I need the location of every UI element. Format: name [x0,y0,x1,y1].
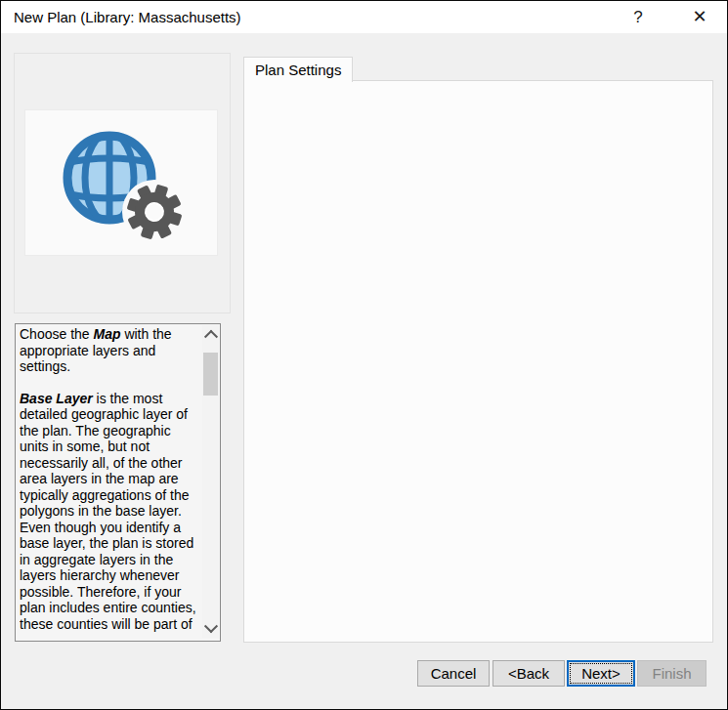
scroll-down-button[interactable] [202,620,219,638]
question-mark-icon: ? [633,8,642,26]
tab-page [243,80,713,643]
close-icon: ✕ [692,7,707,26]
globe-gear-icon [47,122,195,243]
tab-plan-settings[interactable]: Plan Settings [243,57,353,82]
help-text: Choose the Map with the appropriate laye… [20,326,197,637]
close-button[interactable]: ✕ [680,1,719,33]
next-button[interactable]: Next> [567,660,635,687]
help-description-box: Choose the Map with the appropriate laye… [15,323,221,642]
window-title: New Plan (Library: Massachusetts) [14,1,241,33]
chevron-up-icon [203,330,217,344]
new-plan-dialog: New Plan (Library: Massachusetts) ? ✕ [0,0,728,710]
scrollbar-thumb[interactable] [203,353,218,396]
title-bar: New Plan (Library: Massachusetts) ? ✕ [1,1,727,33]
icon-frame [24,109,218,256]
cancel-button[interactable]: Cancel [417,660,490,687]
help-scrollbar[interactable] [202,325,219,638]
back-button[interactable]: <Back [492,660,565,687]
help-button[interactable]: ? [619,1,658,33]
chevron-down-icon [203,619,217,633]
tab-label: Plan Settings [255,62,341,78]
finish-button: Finish [637,660,707,687]
scroll-up-button[interactable] [202,325,219,343]
preview-panel [14,53,231,313]
